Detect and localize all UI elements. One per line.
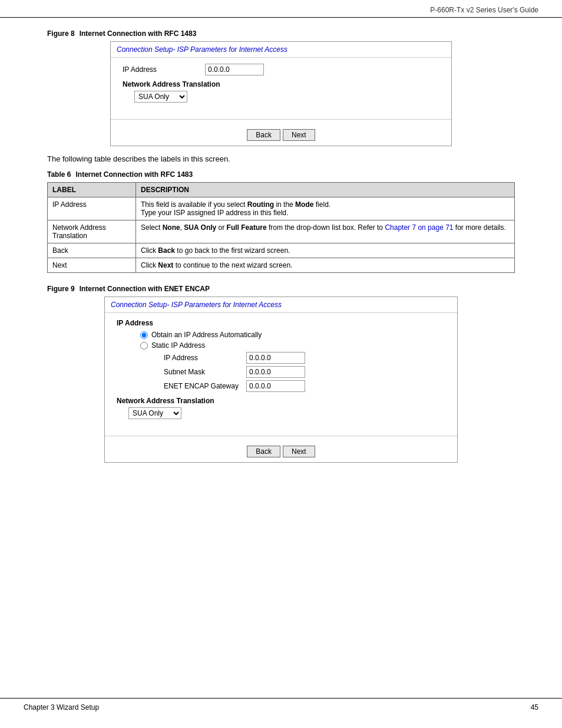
table-cell-label: Network AddressTranslation [48, 220, 136, 243]
figure9-header-link[interactable]: Connection Setup- ISP Parameters for Int… [111, 301, 282, 309]
table-row: Back Click Back to go back to the first … [48, 243, 515, 258]
footer-right: 45 [531, 703, 538, 711]
figure8-back-button[interactable]: Back [247, 129, 280, 141]
figure9-sub-mask-row: Subnet Mask [164, 366, 445, 378]
figure9-sub-gateway-row: ENET ENCAP Gateway [164, 380, 445, 392]
table-row: IP Address This field is available if yo… [48, 197, 515, 220]
figure9-next-button[interactable]: Next [283, 446, 315, 457]
figure8-ip-label: IP Address [123, 65, 199, 74]
table-cell-desc: Click Next to continue to the next wizar… [136, 258, 515, 273]
figure9-body: IP Address Obtain an IP Address Automati… [105, 313, 457, 431]
figure8-nat-section: Network Address Translation SUA Only Non… [123, 80, 439, 103]
figure9-sub-ip-row: IP Address [164, 352, 445, 364]
page-content: Figure 8 Internet Connection with RFC 14… [0, 18, 562, 480]
figure8-ui-box: Connection Setup- ISP Parameters for Int… [110, 41, 452, 146]
footer-left: Chapter 3 Wizard Setup [24, 703, 99, 711]
table6-col-desc: DESCRIPTION [136, 183, 515, 197]
table-cell-label: Next [48, 258, 136, 273]
figure8-nat-label: Network Address Translation [123, 80, 439, 88]
page-header: P-660R-Tx v2 Series User's Guide [0, 0, 562, 18]
table-cell-label: Back [48, 243, 136, 258]
page-footer: Chapter 3 Wizard Setup 45 [0, 698, 562, 716]
figure9-sub-ip-input[interactable] [246, 352, 305, 364]
figure8-ip-row: IP Address [123, 64, 439, 75]
figure8-divider [111, 119, 451, 120]
figure8-footer: Back Next [111, 124, 451, 146]
figure9-footer: Back Next [105, 441, 457, 462]
figure8-nat-dropdown[interactable]: SUA Only None Full Feature [134, 91, 187, 103]
table6-col-label: LABEL [48, 183, 136, 197]
figure9-nat-label: Network Address Translation [117, 397, 445, 405]
figure8-label: Figure 8 Internet Connection with RFC 14… [47, 29, 515, 38]
figure9-header: Connection Setup- ISP Parameters for Int… [105, 297, 457, 313]
figure9-radio2-label: Static IP Address [151, 341, 205, 350]
table-cell-desc: Select None, SUA Only or Full Feature fr… [136, 220, 515, 243]
figure9-radio2-row: Static IP Address [140, 341, 445, 350]
figure9-radio1-label: Obtain an IP Address Automatically [151, 331, 262, 339]
chapter7-link[interactable]: Chapter 7 on page 71 [385, 223, 453, 232]
figure9-sub-gateway-label: ENET ENCAP Gateway [164, 382, 240, 390]
figure8-header-link[interactable]: Connection Setup- ISP Parameters for Int… [117, 45, 287, 54]
figure9-radio1-row: Obtain an IP Address Automatically [140, 331, 445, 339]
table-cell-label: IP Address [48, 197, 136, 220]
figure9-ip-section-label: IP Address [117, 319, 445, 327]
description-text: The following table describes the labels… [47, 154, 515, 163]
table-row: Next Click Next to continue to the next … [48, 258, 515, 273]
figure9-nat-row: SUA Only None Full Feature [128, 407, 445, 419]
figure8-ip-input[interactable] [205, 64, 264, 75]
figure9-ui-box: Connection Setup- ISP Parameters for Int… [104, 297, 458, 463]
table6: LABEL DESCRIPTION IP Address This field … [47, 182, 515, 273]
figure8-header: Connection Setup- ISP Parameters for Int… [111, 42, 451, 58]
header-title: P-660R-Tx v2 Series User's Guide [430, 6, 538, 14]
figure9-radio1[interactable] [140, 331, 148, 339]
figure9-sub-gateway-input[interactable] [246, 380, 305, 392]
figure9-ip-section: IP Address Obtain an IP Address Automati… [117, 319, 445, 392]
table-row: Network AddressTranslation Select None, … [48, 220, 515, 243]
figure9-sub-ip-label: IP Address [164, 354, 240, 362]
table-cell-desc: This field is available if you select Ro… [136, 197, 515, 220]
table-cell-desc: Click Back to go back to the first wizar… [136, 243, 515, 258]
figure8-nat-row: SUA Only None Full Feature [134, 91, 439, 103]
figure9-back-button[interactable]: Back [247, 446, 280, 457]
figure9-nat-section: Network Address Translation SUA Only Non… [117, 397, 445, 419]
figure9-sub-mask-label: Subnet Mask [164, 368, 240, 376]
figure9-radio2[interactable] [140, 342, 148, 350]
figure9-label: Figure 9 Internet Connection with ENET E… [47, 285, 515, 293]
figure9-nat-dropdown[interactable]: SUA Only None Full Feature [128, 407, 181, 419]
figure9-divider [105, 436, 457, 436]
figure8-next-button[interactable]: Next [283, 129, 315, 141]
table6-header-row: LABEL DESCRIPTION [48, 183, 515, 197]
table6-label: Table 6 Internet Connection with RFC 148… [47, 170, 515, 179]
figure9-sub-mask-input[interactable] [246, 366, 305, 378]
figure8-body: IP Address Network Address Translation S… [111, 58, 451, 114]
